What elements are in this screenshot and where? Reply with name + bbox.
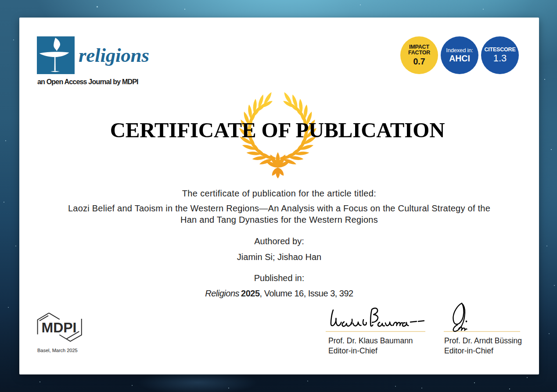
svg-text:MDPI: MDPI	[42, 320, 77, 335]
